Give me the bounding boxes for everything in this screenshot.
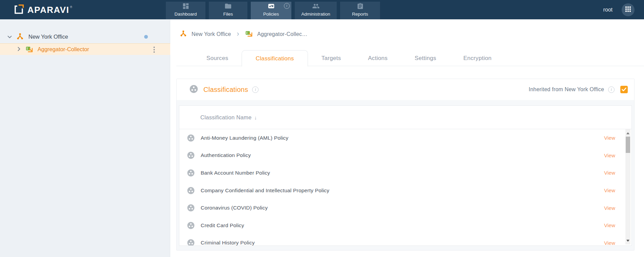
view-link[interactable]: View [604, 240, 615, 245]
nav-label: Files [223, 12, 233, 17]
clipboard-icon [357, 3, 364, 10]
kebab-menu-icon[interactable] [151, 46, 157, 53]
classification-icon [187, 169, 195, 177]
tree-sidebar: New York Office Aggregator-Collector [0, 19, 170, 257]
nav-policies[interactable]: i Policies [251, 2, 291, 19]
breadcrumb-label: Aggregator-Collec… [257, 31, 308, 37]
dashboard-icon [182, 2, 190, 10]
classification-icon [187, 186, 195, 195]
tab-encryption[interactable]: Encryption [450, 51, 505, 66]
nav-files[interactable]: Files [209, 2, 247, 19]
classification-name: Bank Account Number Policy [201, 170, 270, 176]
apps-grid-icon [625, 6, 631, 14]
classification-icon [187, 221, 195, 230]
classifications-table: Classification Name ↓ Anti-Money Launder… [179, 105, 632, 246]
classification-icon [187, 151, 195, 159]
breadcrumb-separator-icon: › [236, 30, 241, 39]
nav-label: Policies [263, 12, 279, 17]
people-icon [312, 2, 320, 10]
user-menu[interactable]: root [603, 7, 613, 13]
classification-icon [187, 239, 195, 245]
chevron-down-icon[interactable] [7, 34, 12, 40]
tab-sources[interactable]: Sources [193, 51, 242, 66]
collector-icon [245, 30, 253, 39]
tab-targets[interactable]: Targets [308, 51, 355, 66]
table-row: Criminal History Policy View [179, 234, 631, 245]
breadcrumb-item-collector[interactable]: Aggregator-Collec… [245, 30, 308, 39]
app-root: APARAVI ® Dashboard Files i [0, 0, 644, 257]
main-content: New York Office › Aggregator-Collec… Sou… [171, 19, 644, 257]
nav-label: Administration [301, 12, 330, 17]
apps-grid-button[interactable] [622, 3, 635, 16]
table-row: Anti-Money Laundering (AML) Policy View [179, 129, 631, 147]
nav-administration[interactable]: Administration [295, 2, 337, 19]
column-header-classification-name[interactable]: Classification Name ↓ [179, 106, 631, 129]
classification-icon [187, 134, 195, 142]
info-icon[interactable]: i [284, 3, 290, 9]
table-row: Coronavirus (COVID) Policy View [179, 199, 631, 217]
panel-header: Classifications i Inherited from New Yor… [177, 79, 634, 100]
view-link[interactable]: View [604, 187, 615, 193]
top-bar: APARAVI ® Dashboard Files i [0, 0, 644, 19]
network-icon [16, 33, 24, 41]
breadcrumb-label: New York Office [192, 31, 231, 37]
panel-title: Classifications [203, 86, 248, 94]
registered-mark: ® [70, 5, 72, 9]
primary-nav: Dashboard Files i Policies [166, 2, 380, 19]
tree-item-label: New York Office [28, 34, 68, 40]
inherited-label: Inherited from New York Office [529, 86, 604, 93]
classification-name: Company Confidential and Intellectual Pr… [201, 187, 329, 194]
column-header-label: Classification Name [200, 114, 252, 121]
nav-reports[interactable]: Reports [340, 2, 380, 19]
breadcrumb: New York Office › Aggregator-Collec… [179, 28, 307, 40]
table-row: Bank Account Number Policy View [179, 164, 631, 182]
info-icon[interactable]: i [252, 86, 259, 93]
info-icon[interactable]: i [608, 86, 615, 93]
classifications-panel: Classifications i Inherited from New Yor… [176, 79, 635, 251]
view-link[interactable]: View [604, 135, 615, 141]
table-row: Authentication Policy View [179, 147, 631, 164]
tree-item-aggregator-collector[interactable]: Aggregator-Collector [0, 43, 170, 55]
scroll-down-icon[interactable] [625, 238, 630, 243]
classification-icon [189, 84, 198, 95]
classification-name: Coronavirus (COVID) Policy [201, 205, 268, 211]
table-row: Company Confidential and Intellectual Pr… [179, 182, 631, 199]
view-link[interactable]: View [604, 205, 615, 211]
breadcrumb-item-office[interactable]: New York Office [179, 30, 231, 39]
view-link[interactable]: View [604, 153, 615, 158]
aparavi-logo[interactable]: APARAVI ® [13, 3, 71, 16]
sort-desc-icon: ↓ [254, 115, 257, 120]
classification-name: Criminal History Policy [201, 240, 255, 245]
table-rows-viewport: Anti-Money Laundering (AML) Policy View … [179, 129, 631, 245]
network-icon [179, 30, 187, 39]
topbar-right: root [603, 0, 644, 19]
scrollbar-thumb[interactable] [626, 137, 630, 153]
view-link[interactable]: View [604, 222, 615, 228]
tab-classifications[interactable]: Classifications [242, 50, 308, 66]
table-row: Credit Card Policy View [179, 217, 631, 234]
classification-icon [187, 204, 195, 212]
tree-item-new-york-office[interactable]: New York Office [0, 31, 170, 43]
nav-label: Dashboard [174, 12, 197, 17]
brand-name: APARAVI [27, 5, 69, 15]
tab-bar: Sources Classifications Targets Actions … [193, 50, 505, 66]
status-dot [144, 35, 148, 39]
chevron-right-icon[interactable] [17, 46, 21, 53]
nav-label: Reports [352, 12, 368, 17]
classification-name: Credit Card Policy [201, 222, 244, 229]
nav-dashboard[interactable]: Dashboard [166, 2, 205, 19]
policies-check-icon [267, 2, 275, 10]
vertical-scrollbar[interactable] [625, 129, 630, 244]
collector-icon [25, 45, 33, 53]
tree-item-label: Aggregator-Collector [38, 46, 89, 53]
scroll-up-icon[interactable] [625, 131, 630, 136]
classification-name: Anti-Money Laundering (AML) Policy [201, 135, 288, 141]
view-link[interactable]: View [604, 170, 615, 176]
classification-name: Authentication Policy [201, 152, 251, 158]
folder-icon [224, 2, 232, 10]
inherited-checkbox[interactable] [620, 86, 628, 93]
tab-settings[interactable]: Settings [401, 51, 450, 66]
aparavi-logo-icon [13, 4, 24, 16]
tab-actions[interactable]: Actions [354, 51, 401, 66]
